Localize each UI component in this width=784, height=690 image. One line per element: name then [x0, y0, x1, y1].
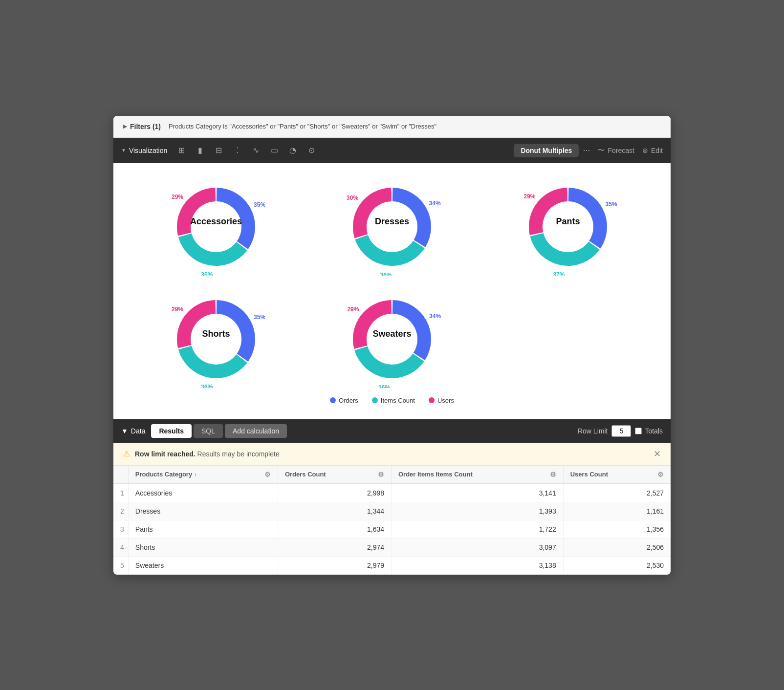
cell-items-4: 3,138	[392, 556, 564, 574]
legend-dot-items	[372, 397, 378, 403]
th-category: Products Category ↑ ⚙	[128, 466, 278, 484]
cell-orders-4: 2,979	[278, 556, 391, 574]
th-items-label: Order Items Items Count	[398, 471, 473, 478]
svg-text:Accessories: Accessories	[190, 216, 242, 226]
th-orders: Orders Count ⚙	[278, 466, 391, 484]
totals-label: Totals	[645, 427, 663, 435]
donut-svg-accessories: 35%36%29% Accessories	[167, 178, 265, 276]
svg-text:Sweaters: Sweaters	[372, 329, 411, 339]
data-toolbar: ▼ Data Results SQL Add calculation Row L…	[113, 419, 671, 443]
viz-toolbar: ▼ Visualization ⊞ ▮ ⊟ ⁚ ∿ ▭ ◔ ⊙ Donut Mu…	[113, 138, 671, 163]
cell-category-2: Pants	[128, 520, 278, 538]
viz-bar-icon[interactable]: ▮	[192, 142, 208, 159]
donut-svg-shorts: 35%36%29% Shorts	[167, 290, 265, 388]
svg-text:35%: 35%	[606, 200, 617, 207]
cell-rownum-3: 4	[113, 538, 128, 556]
chart-area: 35%36%29% Accessories 34%36%30% Dresses …	[113, 163, 671, 419]
cell-rownum-4: 5	[113, 556, 128, 574]
svg-text:30%: 30%	[347, 194, 358, 201]
viz-map-icon[interactable]: ⊙	[303, 142, 320, 159]
svg-text:29%: 29%	[523, 193, 535, 200]
edit-sliders-icon: ⊜	[642, 147, 648, 154]
legend-label-users: Users	[437, 397, 454, 404]
results-table: Products Category ↑ ⚙ Orders Count ⚙	[113, 466, 671, 575]
filter-toggle[interactable]: ▶ Filters (1)	[123, 123, 161, 130]
viz-area-icon[interactable]: ▭	[266, 142, 283, 159]
donut-svg-sweaters: 34%36%29% Sweaters	[343, 290, 441, 388]
edit-button[interactable]: ⊜ Edit	[642, 147, 663, 154]
data-toggle[interactable]: ▼ Data	[121, 427, 145, 435]
svg-text:Dresses: Dresses	[375, 216, 409, 226]
th-category-gear-icon[interactable]: ⚙	[264, 471, 271, 478]
th-users-label: Users Count	[570, 471, 608, 478]
row-limit-input[interactable]	[611, 425, 631, 437]
donut-accessories: 35%36%29% Accessories	[167, 178, 265, 276]
cell-orders-1: 1,344	[278, 502, 391, 520]
data-section: ▼ Data Results SQL Add calculation Row L…	[113, 419, 671, 575]
svg-text:34%: 34%	[429, 312, 441, 319]
warning-rest: Results may be incomplete	[196, 450, 280, 458]
forecast-button[interactable]: 〜 Forecast	[598, 146, 634, 155]
svg-text:Shorts: Shorts	[202, 329, 230, 339]
filter-toggle-label: Filters (1)	[130, 123, 161, 130]
cell-rownum-1: 2	[113, 502, 128, 520]
th-items: Order Items Items Count ⚙	[392, 466, 564, 484]
table-row: 1 Accessories 2,998 3,141 2,527	[113, 484, 671, 502]
cell-category-1: Dresses	[128, 502, 278, 520]
donut-dresses: 34%36%30% Dresses	[343, 178, 441, 276]
th-users-gear-icon[interactable]: ⚙	[657, 471, 664, 478]
legend-dot-users	[429, 397, 435, 403]
donut-svg-dresses: 34%36%30% Dresses	[343, 178, 441, 276]
th-sort-icon[interactable]: ↑	[194, 472, 197, 477]
viz-scatter-icon[interactable]: ⁚	[229, 142, 245, 159]
cell-items-1: 1,393	[392, 502, 564, 520]
donuts-grid: 35%36%29% Accessories 34%36%30% Dresses …	[133, 178, 651, 388]
svg-text:29%: 29%	[172, 193, 183, 200]
svg-text:37%: 37%	[553, 271, 565, 276]
legend-dot-orders	[330, 397, 336, 403]
row-limit-section: Row Limit Totals	[578, 425, 663, 437]
cell-orders-3: 2,974	[278, 538, 391, 556]
forecast-label: Forecast	[608, 147, 634, 154]
totals-checkbox[interactable]	[635, 428, 642, 434]
donut-svg-pants: 35%37%29% Pants	[519, 178, 617, 276]
warning-close-icon[interactable]: ✕	[653, 449, 661, 459]
th-orders-label: Orders Count	[285, 471, 326, 478]
svg-text:34%: 34%	[429, 199, 441, 206]
legend-item-users: Users	[429, 397, 454, 404]
legend-label-items: Items Count	[381, 397, 415, 404]
totals-toggle[interactable]: Totals	[635, 427, 663, 435]
table-header-row: Products Category ↑ ⚙ Orders Count ⚙	[113, 466, 671, 484]
donut-pants: 35%37%29% Pants	[519, 178, 617, 276]
warning-icon: ⚠	[123, 449, 130, 458]
svg-text:29%: 29%	[347, 306, 359, 313]
row-limit-label: Row Limit	[578, 427, 608, 435]
filter-text: Products Category is "Accessories" or "P…	[169, 123, 436, 130]
filter-arrow-icon: ▶	[123, 124, 127, 129]
svg-text:36%: 36%	[201, 271, 213, 276]
data-toggle-label: Data	[131, 427, 146, 435]
th-category-label: Products Category	[135, 471, 192, 478]
donut-sweaters: 34%36%29% Sweaters	[343, 290, 441, 388]
viz-line-icon[interactable]: ∿	[247, 142, 264, 159]
table-row: 5 Sweaters 2,979 3,138 2,530	[113, 556, 671, 574]
svg-text:36%: 36%	[201, 384, 213, 388]
tab-sql[interactable]: SQL	[194, 424, 223, 438]
viz-pivot-icon[interactable]: ⊟	[210, 142, 227, 159]
viz-active-type[interactable]: Donut Multiples	[514, 144, 579, 157]
main-card: ▶ Filters (1) Products Category is "Acce…	[113, 116, 671, 575]
tab-results[interactable]: Results	[151, 424, 192, 438]
cell-rownum-2: 3	[113, 520, 128, 538]
viz-toggle[interactable]: ▼ Visualization	[121, 147, 167, 154]
viz-pie-icon[interactable]: ◔	[284, 142, 301, 159]
tab-add-calculation[interactable]: Add calculation	[225, 424, 287, 438]
donut-shorts: 35%36%29% Shorts	[167, 290, 265, 388]
forecast-chart-icon: 〜	[598, 146, 605, 155]
svg-text:35%: 35%	[254, 313, 265, 320]
svg-text:36%: 36%	[380, 272, 392, 276]
th-items-gear-icon[interactable]: ⚙	[550, 471, 556, 478]
viz-table-icon[interactable]: ⊞	[173, 142, 190, 159]
th-row-num	[113, 466, 128, 484]
viz-more-icon[interactable]: ···	[583, 145, 590, 155]
th-orders-gear-icon[interactable]: ⚙	[378, 471, 384, 478]
